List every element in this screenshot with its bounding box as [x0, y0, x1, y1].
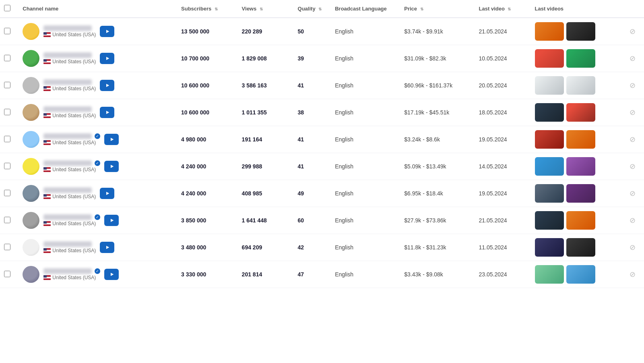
youtube-button[interactable] — [104, 161, 119, 172]
youtube-button[interactable] — [100, 80, 114, 91]
country-name: United States (USA) — [52, 194, 96, 199]
thumbnail-1[interactable] — [535, 265, 564, 284]
youtube-button[interactable] — [104, 269, 119, 280]
header-views[interactable]: Views ⇅ — [238, 0, 294, 18]
svg-marker-7 — [111, 219, 114, 222]
header-price[interactable]: Price ⇅ — [400, 0, 475, 18]
bookmark-button[interactable]: ⊘ — [628, 25, 637, 37]
bookmark-button[interactable]: ⊘ — [628, 133, 637, 145]
row-subscribers-cell: 4 980 000 — [177, 126, 238, 153]
row-price-cell: $3.74k - $9.91k — [400, 18, 475, 45]
thumbnail-2[interactable] — [566, 265, 595, 284]
thumbnails — [535, 238, 620, 257]
flag-icon — [43, 86, 51, 91]
thumbnail-1[interactable] — [535, 76, 564, 95]
bookmark-button[interactable]: ⊘ — [628, 52, 637, 64]
row-language-cell: English — [331, 234, 400, 261]
views-value: 220 289 — [242, 28, 262, 35]
play-icon — [108, 164, 115, 169]
header-last-video[interactable]: Last video ⇅ — [475, 0, 531, 18]
bookmark-button[interactable]: ⊘ — [628, 241, 637, 253]
quality-value: 41 — [298, 82, 304, 89]
thumbnail-2[interactable] — [566, 130, 595, 149]
views-value: 1 011 355 — [242, 109, 267, 116]
channel-country: United States (USA) — [43, 167, 100, 172]
play-icon — [104, 83, 110, 88]
thumbnail-2[interactable] — [566, 157, 595, 176]
thumbnail-2[interactable] — [566, 103, 595, 122]
row-subscribers-cell: 4 240 000 — [177, 180, 238, 207]
row-price-cell: $60.96k - $161.37k — [400, 72, 475, 99]
row-language-cell: English — [331, 153, 400, 180]
thumbnail-1[interactable] — [535, 130, 564, 149]
row-checkbox[interactable] — [4, 109, 10, 115]
bookmark-button[interactable]: ⊘ — [628, 160, 637, 172]
row-subscribers-cell: 10 600 000 — [177, 99, 238, 126]
channel-details: United States (USA) — [43, 187, 96, 199]
youtube-button[interactable] — [104, 215, 119, 226]
thumbnail-2[interactable] — [566, 184, 595, 203]
youtube-button[interactable] — [100, 188, 114, 199]
row-price-cell: $11.8k - $31.23k — [400, 234, 475, 261]
channel-name-blur — [43, 25, 92, 31]
row-checkbox[interactable] — [4, 163, 10, 169]
row-checkbox[interactable] — [4, 271, 10, 277]
row-check-cell — [0, 126, 19, 153]
bookmark-button[interactable]: ⊘ — [628, 79, 637, 91]
thumbnail-1[interactable] — [535, 211, 564, 230]
thumbnail-2[interactable] — [566, 76, 595, 95]
row-checkbox[interactable] — [4, 55, 10, 61]
row-checkbox[interactable] — [4, 190, 10, 196]
row-last-video-cell: 11.05.2024 — [475, 234, 531, 261]
channel-details: United States (USA) — [43, 106, 96, 118]
youtube-button[interactable] — [100, 26, 114, 37]
row-last-video-cell: 21.05.2024 — [475, 18, 531, 45]
row-checkbox[interactable] — [4, 244, 10, 250]
youtube-button[interactable] — [100, 53, 114, 64]
header-subscribers[interactable]: Subscribers ⇅ — [177, 0, 238, 18]
channel-country: United States (USA) — [43, 32, 96, 37]
bookmark-button[interactable]: ⊘ — [628, 187, 637, 199]
thumbnail-1[interactable] — [535, 103, 564, 122]
row-views-cell: 299 988 — [238, 153, 294, 180]
thumbnail-2[interactable] — [566, 211, 595, 230]
channel-country: United States (USA) — [43, 59, 96, 64]
row-channel-cell: United States (USA) — [19, 72, 177, 99]
header-quality[interactable]: Quality ⇅ — [294, 0, 331, 18]
avatar — [23, 185, 39, 202]
row-checkbox[interactable] — [4, 28, 10, 34]
thumbnail-2[interactable] — [566, 22, 595, 41]
thumbnail-1[interactable] — [535, 49, 564, 68]
row-check-cell — [0, 180, 19, 207]
header-check — [0, 0, 19, 18]
bookmark-button[interactable]: ⊘ — [628, 268, 637, 280]
thumbnail-1[interactable] — [535, 238, 564, 257]
channel-country: United States (USA) — [43, 86, 96, 91]
select-all-checkbox[interactable] — [4, 5, 10, 11]
bookmark-button[interactable]: ⊘ — [628, 106, 637, 118]
subscribers-value: 3 850 000 — [181, 217, 206, 224]
row-checkbox[interactable] — [4, 217, 10, 223]
thumbnail-2[interactable] — [566, 238, 595, 257]
youtube-button[interactable] — [100, 242, 114, 253]
youtube-button[interactable] — [104, 134, 119, 145]
youtube-button[interactable] — [100, 107, 114, 118]
row-quality-cell: 38 — [294, 99, 331, 126]
table-row: United States (USA) 10 700 000 1 829 008… — [0, 45, 644, 72]
row-checkbox[interactable] — [4, 136, 10, 142]
thumbnail-1[interactable] — [535, 22, 564, 41]
row-views-cell: 220 289 — [238, 18, 294, 45]
row-check-cell — [0, 234, 19, 261]
row-checkbox[interactable] — [4, 82, 10, 88]
price-value: $5.09k - $13.49k — [404, 163, 446, 170]
quality-value: 50 — [298, 28, 304, 35]
row-bookmark-cell: ⊘ — [624, 72, 644, 99]
channel-info: ✓ United States (USA) — [23, 131, 173, 148]
row-quality-cell: 41 — [294, 126, 331, 153]
thumbnail-2[interactable] — [566, 49, 595, 68]
bookmark-button[interactable]: ⊘ — [628, 214, 637, 226]
thumbnail-1[interactable] — [535, 184, 564, 203]
thumbnail-1[interactable] — [535, 157, 564, 176]
quality-value: 49 — [298, 190, 304, 197]
row-last-videos-cell — [531, 72, 624, 99]
